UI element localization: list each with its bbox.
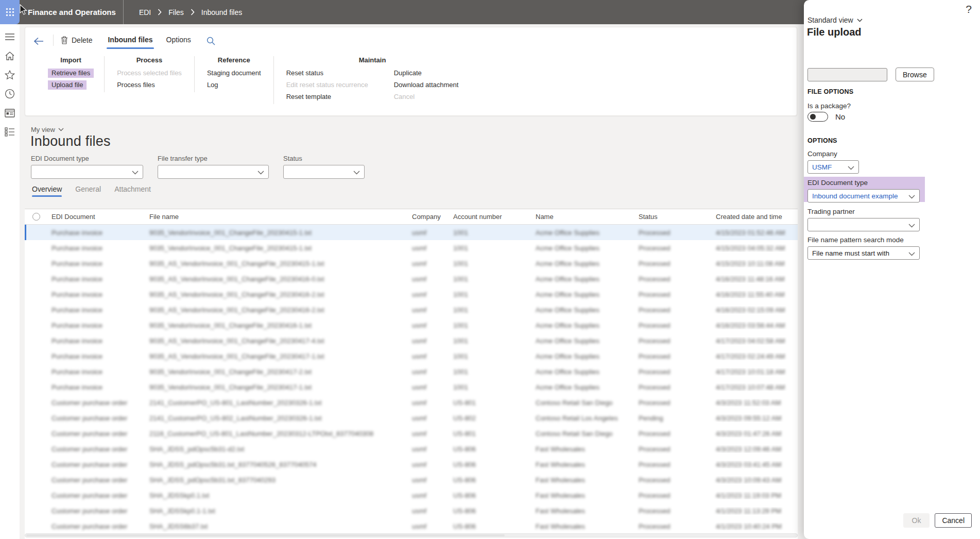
file-transfer-type-dropdown[interactable]: [158, 165, 269, 179]
modules-list-icon[interactable]: [4, 126, 15, 138]
action-tab-inbound-files[interactable]: Inbound files: [107, 32, 153, 48]
table-row[interactable]: Customer purchase order SHA_JDSS_pdOpsc5…: [25, 441, 798, 457]
view-selector[interactable]: My view: [31, 126, 64, 133]
cell-account-number: 1001: [449, 244, 531, 252]
log-button[interactable]: Log: [205, 80, 220, 90]
help-icon[interactable]: ?: [966, 3, 972, 15]
cell-file-name: 9035_AS_VendorInvoice_001_ChangeFile_202…: [145, 337, 408, 345]
cell-company: usmf: [408, 291, 449, 298]
table-row[interactable]: Purchase invoice 9035_AS_VendorInvoice_0…: [25, 333, 798, 348]
table-row[interactable]: Purchase invoice 9035_AS_VendorInvoice_0…: [25, 271, 798, 287]
home-icon[interactable]: [4, 50, 15, 61]
chevron-down-icon: [132, 171, 139, 175]
table-row[interactable]: Customer purchase order 2116_CustomerPO_…: [25, 426, 798, 441]
favorites-star-icon[interactable]: [4, 69, 15, 80]
process-files-button[interactable]: Process files: [115, 80, 157, 90]
table-row[interactable]: Customer purchase order SHA_JDSS_pdOpsc5…: [25, 457, 798, 472]
upload-file-button[interactable]: Upload file: [48, 80, 87, 90]
cell-name: Acme Office Supplies: [531, 383, 634, 391]
chevron-down-icon: [353, 171, 360, 175]
table-row[interactable]: Customer purchase order 2141_CustomerPO_…: [25, 395, 798, 410]
group-process: Process Process selected files Process f…: [104, 56, 194, 92]
column-header-company[interactable]: Company: [408, 213, 449, 221]
file-name-pattern-dropdown[interactable]: File name must start with: [807, 246, 920, 260]
table-row[interactable]: Purchase invoice 9035_VendorInvoice_001_…: [25, 364, 798, 379]
action-tab-options[interactable]: Options: [165, 32, 192, 48]
table-row[interactable]: Purchase invoice 9035_AS_VendorInvoice_0…: [25, 256, 798, 271]
edi-document-type-dropdown[interactable]: Inbound document example: [807, 189, 920, 203]
table-row[interactable]: Purchase invoice 9035_VendorInvoice_001_…: [25, 317, 798, 333]
cell-file-name: 9035_VendorInvoice_001_ChangeFile_202304…: [145, 322, 408, 329]
search-icon[interactable]: [207, 35, 215, 45]
staging-document-button[interactable]: Staging document: [205, 69, 263, 78]
back-button[interactable]: [30, 35, 49, 45]
column-header-created-date[interactable]: Created date and time: [712, 213, 798, 221]
app-title[interactable]: Finance and Operations: [28, 8, 116, 16]
cell-status: Processed: [634, 430, 712, 437]
table-row[interactable]: Purchase invoice 9035_AS_VendorInvoice_0…: [25, 348, 798, 364]
file-path-input[interactable]: [807, 68, 887, 81]
cell-created-date: 4/3/2023 03:41:45 AM: [712, 461, 798, 468]
status-dropdown[interactable]: [283, 165, 365, 179]
column-header-account-number[interactable]: Account number: [449, 213, 531, 221]
hamburger-menu-icon[interactable]: [4, 31, 15, 42]
tab-overview[interactable]: Overview: [32, 185, 62, 197]
tab-general[interactable]: General: [75, 185, 101, 197]
table-row[interactable]: Customer purchase order SHA_JDSS6b37.txt…: [25, 518, 798, 534]
panel-view-selector[interactable]: Standard view: [807, 16, 863, 24]
column-header-status[interactable]: Status: [634, 213, 712, 221]
breadcrumb-files[interactable]: Files: [168, 8, 184, 16]
breadcrumb-inbound-files[interactable]: Inbound files: [201, 8, 242, 16]
table-row[interactable]: Purchase invoice 9035_VendorInvoice_001_…: [25, 240, 798, 256]
table-row[interactable]: Customer purchase order SHA_JDSSkp0.1-1.…: [25, 503, 798, 518]
ok-button[interactable]: Ok: [903, 513, 930, 528]
filter-status: Status: [283, 155, 365, 179]
cell-account-number: 1001: [449, 322, 531, 329]
download-attachment-button[interactable]: Download attachment: [392, 80, 461, 90]
cell-status: Processed: [634, 523, 712, 530]
cell-status: Processed: [634, 476, 712, 484]
cell-account-number: 1001: [449, 368, 531, 376]
recent-clock-icon[interactable]: [4, 88, 15, 99]
reset-status-button[interactable]: Reset status: [284, 69, 325, 78]
chevron-down-icon: [908, 224, 915, 228]
column-header-edi-document[interactable]: EDI Document: [47, 213, 145, 221]
cell-status: Processed: [634, 306, 712, 314]
company-dropdown[interactable]: USMF: [807, 160, 859, 174]
cancel-button[interactable]: Cancel: [935, 513, 972, 528]
cell-name: Contoso Retail San Diego: [531, 399, 634, 407]
table-row[interactable]: Customer purchase order SHA_JDSS_pdOpsc5…: [25, 472, 798, 487]
table-row[interactable]: Purchase invoice 9035_VendorInvoice_001_…: [25, 379, 798, 395]
horizontal-scrollbar[interactable]: [25, 533, 798, 537]
column-header-name[interactable]: Name: [531, 213, 634, 221]
app-launcher-waffle-button[interactable]: [0, 0, 20, 24]
edit-reset-status-recurrence-button: Edit reset status recurrence: [284, 80, 370, 90]
breadcrumb-edi[interactable]: EDI: [139, 8, 151, 16]
table-row[interactable]: Purchase invoice 9035_VendorInvoice_001_…: [25, 225, 798, 240]
duplicate-button[interactable]: Duplicate: [392, 69, 424, 78]
table-row[interactable]: Purchase invoice 9035_AS_VendorInvoice_0…: [25, 302, 798, 317]
workspaces-icon[interactable]: [4, 107, 15, 119]
table-row[interactable]: Purchase invoice 9035_AS_VendorInvoice_0…: [25, 287, 798, 302]
cell-company: usmf: [408, 306, 449, 314]
retrieve-files-button[interactable]: Retrieve files: [48, 69, 94, 78]
reset-template-button[interactable]: Reset template: [284, 92, 333, 102]
cell-status: Processed: [634, 229, 712, 237]
table-row[interactable]: Customer purchase order 2141_CustomerPO_…: [25, 410, 798, 426]
file-options-header: FILE OPTIONS: [807, 88, 853, 95]
scrollbar-thumb[interactable]: [26, 534, 505, 536]
trading-partner-dropdown[interactable]: [807, 218, 920, 231]
is-package-toggle[interactable]: [807, 112, 828, 122]
file-name-pattern-field: File name pattern search mode File name …: [807, 236, 920, 260]
table-row[interactable]: Customer purchase order SHA_JDSSkp0.1.tx…: [25, 487, 798, 503]
edi-document-type-dropdown[interactable]: [31, 165, 143, 179]
select-all-checkbox[interactable]: [32, 213, 40, 221]
delete-button[interactable]: Delete: [58, 36, 95, 44]
column-header-file-name[interactable]: File name: [145, 213, 408, 221]
cell-company: usmf: [408, 414, 449, 422]
tab-attachment[interactable]: Attachment: [114, 185, 151, 197]
browse-button[interactable]: Browse: [896, 68, 934, 81]
group-title: Process: [115, 56, 184, 64]
cell-company: usmf: [408, 352, 449, 360]
cell-name: Fast Wholesales: [531, 445, 634, 453]
